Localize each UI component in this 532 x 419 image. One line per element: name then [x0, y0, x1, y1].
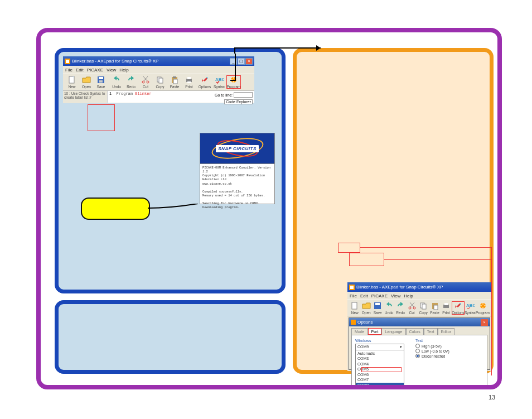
options-icon — [351, 320, 356, 325]
close-button[interactable]: × — [245, 58, 253, 65]
gutter-text: 10 : Use Check Syntax to create label li… — [63, 91, 108, 103]
toolbar-2: New Open Save Undo Redo Cut Copy Paste P… — [347, 300, 491, 316]
goto-line-input[interactable] — [234, 92, 253, 98]
window-title-text-2: Blinker.bas - AXEpad for Snap Circuits® … — [356, 285, 443, 290]
red-leader-v — [491, 247, 492, 375]
right-orange-panel: Blinker.bas - AXEpad for Snap Circuits® … — [293, 48, 494, 374]
menu-view[interactable]: View — [107, 68, 116, 73]
goto-line-row: Go to line: — [215, 92, 253, 98]
menu-help[interactable]: Help — [119, 68, 128, 73]
radio-low[interactable]: Low (-0.6 to 0V) — [415, 349, 449, 353]
svg-rect-30 — [444, 303, 448, 305]
maximize-button[interactable]: ▢ — [238, 58, 245, 65]
svg-rect-12 — [173, 79, 177, 84]
toolbar: New Open Save Undo Redo Cut Copy Paste P… — [63, 74, 254, 90]
menubar: File Edit PICAXE View Help — [63, 66, 254, 74]
svg-text:ABC: ABC — [215, 77, 224, 82]
tab-editor[interactable]: Editor — [438, 328, 454, 335]
tool-redo-2[interactable]: Redo — [395, 301, 406, 315]
tool-paste-2[interactable]: Paste — [429, 301, 440, 315]
svg-point-23 — [409, 307, 411, 309]
tab-language[interactable]: Language — [381, 328, 405, 335]
tool-options[interactable]: Options — [197, 75, 212, 89]
svg-rect-2 — [69, 76, 74, 83]
app-icon — [65, 59, 70, 64]
tool-undo-2[interactable]: Undo — [383, 301, 394, 315]
tool-copy[interactable]: Copy — [153, 75, 167, 89]
menubar-2: File Edit PICAXE View Help — [347, 292, 491, 300]
tool-open-2[interactable]: Open — [360, 301, 371, 315]
svg-point-7 — [147, 81, 149, 83]
svg-rect-4 — [99, 77, 103, 79]
svg-rect-22 — [375, 303, 380, 305]
red-callout-small-1 — [338, 243, 360, 253]
windows-group-label: Windows — [355, 339, 404, 343]
tool-program-2[interactable]: Program — [476, 301, 490, 315]
svg-rect-33 — [351, 320, 356, 325]
code-explorer-label[interactable]: Code Explorer — [224, 99, 253, 104]
menu-picaxe[interactable]: PICAXE — [87, 68, 103, 73]
tool-save[interactable]: Save — [94, 75, 108, 89]
axepad-window-bottom: Blinker.bas - AXEpad for Snap Circuits® … — [347, 282, 491, 371]
test-fieldset: Test High (3-5V) Low (-0.6 to 0V) Discon… — [415, 339, 449, 389]
svg-point-6 — [142, 81, 144, 83]
tab-mode[interactable]: Mode — [351, 328, 368, 335]
tool-program[interactable]: Program — [226, 75, 241, 89]
menu-help-2[interactable]: Help — [404, 293, 413, 298]
tool-new[interactable]: New — [65, 75, 79, 89]
svg-point-24 — [413, 307, 415, 309]
tool-cut[interactable]: Cut — [138, 75, 153, 89]
svg-rect-14 — [187, 77, 191, 79]
red-leader-1 — [360, 247, 492, 248]
menu-edit-2[interactable]: Edit — [360, 293, 368, 298]
tab-text[interactable]: Text — [424, 328, 438, 335]
menu-file-2[interactable]: File — [350, 293, 357, 298]
menu-file[interactable]: File — [65, 68, 72, 73]
yellow-bubble-tail — [148, 204, 200, 214]
red-callout-code — [88, 104, 115, 131]
tool-undo[interactable]: Undo — [109, 75, 124, 89]
tool-save-2[interactable]: Save — [372, 301, 383, 315]
tab-colors[interactable]: Colors — [406, 328, 424, 335]
port-dropdown[interactable]: COM9 Automatic COM3 COM4 COM5 COM6 COM7 … — [355, 344, 404, 389]
options-close-button[interactable]: × — [481, 319, 488, 326]
minimize-button[interactable]: _ — [230, 58, 237, 65]
svg-rect-28 — [434, 305, 438, 310]
red-leader-2 — [384, 259, 492, 260]
tool-copy-2[interactable]: Copy — [418, 301, 429, 315]
radio-disconnected[interactable]: Disconnected — [415, 354, 449, 358]
tab-port[interactable]: Port — [368, 328, 382, 335]
window-titlebar-2: Blinker.bas - AXEpad for Snap Circuits® … — [347, 282, 491, 292]
svg-rect-11 — [173, 76, 176, 78]
tool-options-2[interactable]: Options — [452, 301, 464, 315]
tool-print-2[interactable]: Print — [441, 301, 452, 315]
snap-circuits-logo: SNAP CIRCUITS — [200, 133, 274, 164]
options-dialog: Options × Mode Port Language Colors Text… — [349, 317, 490, 370]
menu-edit[interactable]: Edit — [76, 68, 84, 73]
tool-paste[interactable]: Paste — [167, 75, 182, 89]
menu-view-2[interactable]: View — [391, 293, 400, 298]
arrow-stub — [230, 80, 236, 81]
goto-label: Go to line: — [215, 93, 233, 97]
svg-rect-9 — [159, 78, 163, 83]
snap-logo-text: SNAP CIRCUITS — [216, 145, 258, 152]
tool-redo[interactable]: Redo — [124, 75, 138, 89]
options-title-text: Options — [357, 320, 373, 325]
arrow-vert — [235, 54, 236, 80]
axepad-window-top: Blinker.bas - AXEpad for Snap Circuits® … — [63, 56, 254, 103]
port-selected: COM9 — [357, 345, 369, 349]
yellow-note-bubble — [81, 198, 150, 220]
tool-syntax[interactable]: ABCSyntax — [212, 75, 226, 89]
svg-rect-5 — [99, 80, 103, 83]
radio-high[interactable]: High (3-5V) — [415, 344, 449, 348]
tool-open[interactable]: Open — [79, 75, 94, 89]
red-callout-small-2 — [349, 253, 384, 266]
compile-popup: SNAP CIRCUITS PICAXE-08M Enhanced Compil… — [200, 133, 275, 204]
tool-syntax-2[interactable]: ABCSyntax — [465, 301, 476, 315]
options-titlebar: Options × — [349, 318, 490, 326]
tool-cut-2[interactable]: Cut — [406, 301, 417, 315]
tool-new-2[interactable]: New — [349, 301, 360, 315]
page-number: 13 — [489, 394, 495, 401]
menu-picaxe-2[interactable]: PICAXE — [371, 293, 388, 298]
tool-print[interactable]: Print — [182, 75, 196, 89]
